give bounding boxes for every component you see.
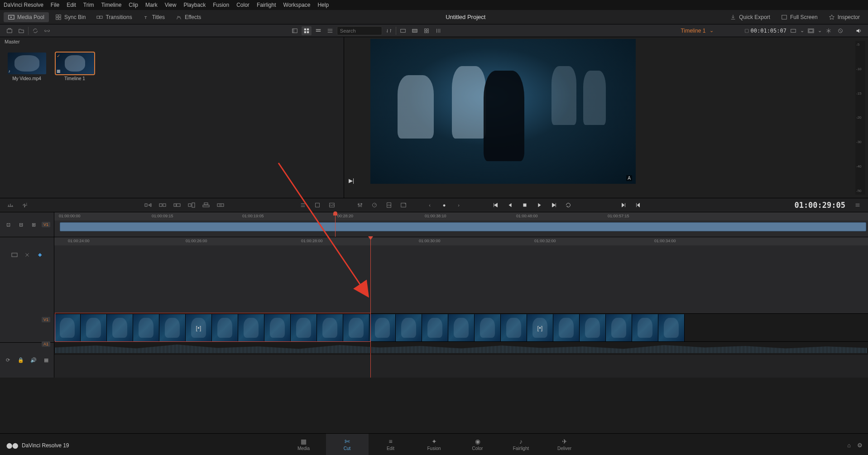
track-a1-label[interactable]: A1: [42, 341, 50, 347]
menu-edit[interactable]: Edit: [67, 2, 76, 8]
place-on-top-icon[interactable]: [201, 201, 211, 210]
menu-view[interactable]: View: [165, 2, 177, 8]
auto-track-icon[interactable]: ⟳: [3, 355, 13, 364]
import-media-icon[interactable]: [5, 26, 14, 35]
page-deliver[interactable]: ✈Deliver: [543, 434, 586, 455]
chevron-down-icon[interactable]: ⌄: [710, 28, 714, 34]
lower-timeline-body[interactable]: 01:00:24:00 01:00:26:00 01:00:28:00 01:0…: [54, 237, 868, 378]
viewer-image[interactable]: A: [370, 39, 636, 184]
timeline-options-icon[interactable]: [10, 250, 19, 259]
track-v1-label[interactable]: V1: [42, 222, 50, 227]
audio-sync-icon[interactable]: ♪: [20, 201, 30, 210]
track-lock-icon[interactable]: ⊡: [4, 220, 14, 229]
stop-icon[interactable]: [520, 201, 530, 210]
next-frame-icon[interactable]: ▶|: [349, 177, 354, 184]
jog-next-icon[interactable]: ›: [454, 201, 464, 210]
fx-icon[interactable]: [398, 201, 408, 210]
view-strip-icon[interactable]: [313, 26, 323, 35]
page-fusion[interactable]: ✦Fusion: [413, 434, 456, 455]
tools-icon[interactable]: [298, 201, 308, 210]
inspector-button[interactable]: Inspector: [824, 12, 864, 22]
menu-workspace[interactable]: Workspace: [283, 2, 311, 8]
upper-clip[interactable]: [60, 222, 866, 231]
jog-prev-icon[interactable]: ‹: [425, 201, 435, 210]
sync-bin-button[interactable]: Sync Bin: [51, 12, 90, 22]
upper-timeline-body[interactable]: 01:00:00:00 01:00:09:15 01:00:19:05 00:2…: [54, 212, 868, 237]
upper-ruler[interactable]: 01:00:00:00 01:00:09:15 01:00:19:05 00:2…: [54, 212, 868, 220]
lock-track-icon[interactable]: 🔒: [16, 355, 26, 364]
menu-timeline[interactable]: Timeline: [101, 2, 121, 8]
append-icon[interactable]: [158, 201, 168, 210]
media-timeline-item[interactable]: ✓ ▦ Timeline 1: [54, 53, 95, 81]
monitor-mode-icon[interactable]: [788, 26, 798, 35]
grid-view-icon[interactable]: [422, 26, 432, 35]
crop-icon[interactable]: [312, 201, 322, 210]
snap-icon[interactable]: ◆: [35, 250, 45, 259]
chevron-down-icon[interactable]: ⌄: [818, 28, 822, 34]
page-fairlight[interactable]: ♪Fairlight: [500, 434, 542, 455]
link-icon[interactable]: [42, 26, 52, 35]
source-overwrite-icon[interactable]: [216, 201, 225, 210]
next-edit-icon[interactable]: [619, 201, 628, 210]
pdf-icon[interactable]: PDF: [384, 201, 394, 210]
home-icon[interactable]: ⌂: [847, 442, 851, 449]
lower-ruler[interactable]: 01:00:24:00 01:00:26:00 01:00:28:00 01:0…: [54, 237, 868, 245]
sliders-icon[interactable]: [355, 201, 365, 210]
prev-edit-icon[interactable]: [633, 201, 643, 210]
speed-icon[interactable]: [369, 201, 379, 210]
image-icon[interactable]: [327, 201, 337, 210]
search-input[interactable]: [337, 26, 382, 35]
page-edit[interactable]: ≡Edit: [369, 434, 412, 455]
resolution-icon[interactable]: [398, 26, 408, 35]
resolution2-icon[interactable]: [410, 26, 420, 35]
quick-export-button[interactable]: Quick Export: [725, 12, 775, 22]
effects-button[interactable]: Effects: [171, 12, 206, 22]
import-folder-icon[interactable]: [16, 26, 26, 35]
go-end-icon[interactable]: [549, 201, 559, 210]
safe-area-icon[interactable]: [806, 26, 816, 35]
titles-button[interactable]: T Titles: [139, 12, 169, 22]
menu-trim[interactable]: Trim: [83, 2, 94, 8]
menu-color[interactable]: Color: [236, 2, 249, 8]
menu-fusion[interactable]: Fusion: [213, 2, 229, 8]
transitions-button[interactable]: Transitions: [92, 12, 136, 22]
video-track[interactable]: [•] [•]: [54, 313, 868, 341]
loop-icon[interactable]: [563, 201, 573, 210]
bypass-icon[interactable]: [835, 26, 845, 35]
view-thumbnail-icon[interactable]: [302, 26, 312, 35]
menu-fairlight[interactable]: Fairlight: [257, 2, 276, 8]
track-disable-icon[interactable]: ⊞: [29, 220, 39, 229]
view-track-icon[interactable]: ▦: [41, 355, 51, 364]
boring-detector-icon[interactable]: [5, 201, 15, 210]
viewer-timecode[interactable]: 01:00:29:05: [794, 201, 845, 210]
go-start-icon[interactable]: [491, 201, 501, 210]
play-reverse-icon[interactable]: [505, 201, 515, 210]
media-clip-item[interactable]: ♪ My Video.mp4: [6, 53, 47, 81]
empty-track-area[interactable]: [54, 245, 868, 313]
settings-gear-icon[interactable]: ⚙: [857, 442, 863, 449]
sort-icon[interactable]: [384, 26, 394, 35]
smart-insert-icon[interactable]: [143, 201, 153, 210]
track-opt-icon[interactable]: ⊟: [16, 220, 26, 229]
master-bin-label[interactable]: Master: [0, 37, 344, 46]
page-cut[interactable]: ✄Cut: [326, 434, 369, 455]
track-v1-label[interactable]: V1: [42, 317, 50, 322]
menu-clip[interactable]: Clip: [129, 2, 138, 8]
mute-track-icon[interactable]: 🔊: [29, 355, 38, 364]
view-metadata-icon[interactable]: [290, 26, 300, 35]
closeup-icon[interactable]: [187, 201, 197, 210]
full-screen-button[interactable]: Full Screen: [777, 12, 822, 22]
timeline-name[interactable]: Timeline 1: [681, 28, 706, 34]
upper-playhead[interactable]: [335, 212, 336, 237]
menu-mark[interactable]: Mark: [145, 2, 158, 8]
view-list-icon[interactable]: [325, 26, 335, 35]
speaker-icon[interactable]: [854, 26, 863, 35]
sync-icon[interactable]: [30, 26, 40, 35]
chevron-down-icon[interactable]: ⌄: [800, 28, 804, 34]
lower-playhead[interactable]: [370, 237, 371, 378]
snow-icon[interactable]: [824, 26, 834, 35]
menu-playback[interactable]: Playback: [183, 2, 206, 8]
ripple-icon[interactable]: [172, 201, 182, 210]
menu-help[interactable]: Help: [317, 2, 329, 8]
media-pool-button[interactable]: Media Pool: [4, 12, 49, 22]
